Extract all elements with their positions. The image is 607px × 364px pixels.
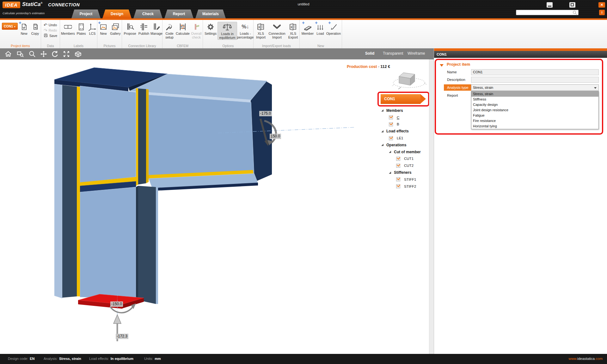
statica-logo: StatiCa® — [22, 1, 42, 8]
checkbox-checked[interactable] — [396, 184, 400, 188]
viewport-3d[interactable]: -175.0 150.0 -150.0 -172.3 Production co… — [0, 59, 434, 354]
new-item-button[interactable]: + New — [18, 22, 30, 36]
tree-group-operations[interactable]: Operations — [376, 142, 432, 149]
excel-file-icon: X — [257, 22, 265, 32]
tab-report[interactable]: Report — [164, 9, 193, 18]
overall-check-button[interactable]: Overall check — [190, 22, 203, 39]
search-box[interactable] — [516, 10, 579, 15]
checkbox-checked[interactable] — [396, 164, 400, 168]
collapse-icon[interactable] — [381, 109, 383, 112]
dropdown-option-capacity-design[interactable]: Capacity design — [471, 102, 598, 107]
dropdown-option-fatigue[interactable]: Fatigue — [471, 113, 598, 118]
load-label-shear-top: 150.0 — [270, 134, 281, 139]
redo-button[interactable]: ↷Redo — [41, 27, 57, 33]
loads-percentage-toggle[interactable]: %↓ Loads - percentage — [237, 22, 254, 39]
viewport-scrollbar[interactable] — [429, 59, 434, 354]
new-member-button[interactable]: + Member — [300, 22, 315, 36]
tab-materials[interactable]: Materials — [195, 9, 226, 18]
maximize-icon — [571, 3, 574, 6]
ribbon-group-import-export: X XLS Import Connection Import X XLS Exp… — [254, 20, 300, 48]
tree-item-cut1[interactable]: CUT1 — [376, 155, 432, 162]
publish-button[interactable]: Publish — [137, 22, 150, 36]
collapse-icon[interactable] — [389, 151, 391, 153]
close-button[interactable]: ✕ — [598, 2, 605, 8]
checkbox-checked[interactable] — [389, 136, 393, 140]
settings-button[interactable]: Settings — [204, 22, 218, 36]
connection-import-button[interactable]: Connection Import — [267, 22, 286, 39]
new-operation-button[interactable]: + Operation — [326, 22, 341, 36]
website-link[interactable]: www.ideastatica.com — [569, 357, 603, 361]
tree-group-stiffeners[interactable]: Stiffeners — [376, 169, 432, 176]
description-field[interactable] — [471, 77, 599, 83]
tree-item-cut2[interactable]: CUT2 — [376, 162, 432, 169]
view-mode-wireframe[interactable]: Wireframe — [408, 51, 425, 56]
plus-badge-icon: + — [98, 21, 101, 25]
search-input[interactable] — [517, 10, 572, 15]
plates-button[interactable]: Plates — [75, 22, 87, 36]
home-view-icon[interactable] — [4, 50, 12, 59]
tree-item-b[interactable]: B — [376, 121, 432, 128]
dropdown-option-stiffness[interactable]: Stiffness — [471, 97, 598, 102]
tab-project[interactable]: Project — [71, 9, 101, 18]
save-button[interactable]: Save — [41, 33, 57, 38]
copy-item-button[interactable]: Copy — [30, 22, 40, 36]
tree-item-le1[interactable]: LE1 — [376, 135, 432, 142]
section-collapse-icon[interactable] — [440, 64, 444, 67]
members-button[interactable]: Members — [61, 22, 75, 36]
gallery-button[interactable]: Gallery — [109, 22, 122, 36]
loads-in-equilibrium-toggle[interactable]: Loads in equilibrium — [218, 22, 237, 40]
analysis-type-combo[interactable]: Stress, strain — [471, 84, 599, 91]
undo-button[interactable]: ↶Undo — [41, 22, 57, 27]
view-mode-solid[interactable]: Solid — [365, 51, 374, 56]
arrow-down-glyph: ↓ — [246, 24, 249, 30]
lcs-button[interactable]: LCS — [87, 22, 97, 36]
zoom-window-icon[interactable] — [16, 50, 24, 59]
solid-box-icon[interactable] — [74, 50, 82, 59]
calculate-button[interactable]: Calculate — [176, 22, 190, 36]
overall-check-label: Overall check — [190, 32, 203, 39]
collapse-icon[interactable] — [381, 144, 383, 146]
tree-group-load-effects[interactable]: Load effects — [376, 128, 432, 135]
tree-item-stiff2[interactable]: STIFF2 — [376, 183, 432, 190]
xls-import-button[interactable]: X XLS Import — [254, 22, 267, 39]
propose-button[interactable]: Propose — [123, 22, 137, 36]
tab-design[interactable]: Design — [102, 9, 132, 18]
navigation-cube[interactable] — [391, 70, 427, 92]
tree-item-stiff1[interactable]: STIFF1 — [376, 176, 432, 183]
tree-group-cut-of-member[interactable]: Cut of member — [376, 149, 432, 155]
collapse-icon[interactable] — [381, 130, 383, 132]
tree-group-members[interactable]: Members — [376, 107, 432, 114]
picture-new-button[interactable]: + New — [98, 22, 109, 36]
zoom-icon[interactable] — [28, 50, 36, 59]
tab-check[interactable]: Check — [133, 9, 162, 18]
rotate-icon[interactable] — [51, 50, 59, 59]
checkbox-checked[interactable] — [396, 157, 400, 161]
new-item-label: New — [21, 32, 27, 36]
dropdown-option-joint-design-resistance[interactable]: Joint design resistance — [471, 107, 598, 113]
xls-export-button[interactable]: X XLS Export — [286, 22, 300, 39]
dropdown-option-fire-resistance[interactable]: Fire resistance — [471, 118, 598, 124]
dropdown-option-horizontal-tying[interactable]: Horizontal tying — [471, 124, 598, 129]
view-mode-transparent[interactable]: Transparent — [383, 51, 403, 56]
pan-icon[interactable] — [40, 50, 47, 59]
collapse-icon[interactable] — [389, 172, 391, 174]
checkbox-checked[interactable] — [389, 115, 393, 119]
name-field[interactable]: CON1 — [471, 69, 599, 75]
loads-percentage-label: Loads - percentage — [237, 32, 254, 39]
tree-item-c[interactable]: C — [376, 114, 432, 121]
plus-badge-icon: + — [19, 21, 21, 25]
checkbox-checked[interactable] — [396, 177, 400, 181]
minimize-button[interactable] — [547, 2, 553, 8]
info-button[interactable]: i — [599, 10, 605, 15]
manage-button[interactable]: Manage — [150, 22, 162, 36]
zoom-fit-icon[interactable] — [63, 50, 70, 59]
lcs-label: LCS — [89, 32, 95, 36]
code-setup-button[interactable]: Code setup — [163, 22, 176, 39]
maximize-button[interactable] — [569, 2, 575, 8]
new-load-button[interactable]: + Load — [315, 22, 326, 36]
dropdown-option-stress-strain[interactable]: Stress, strain — [471, 91, 598, 97]
con1-dropdown-button[interactable]: CON1▼ — [2, 23, 18, 30]
checkbox-checked[interactable] — [389, 122, 393, 126]
status-label: Load effects: — [89, 357, 109, 361]
tree-banner-con1[interactable]: CON1 — [381, 94, 420, 104]
